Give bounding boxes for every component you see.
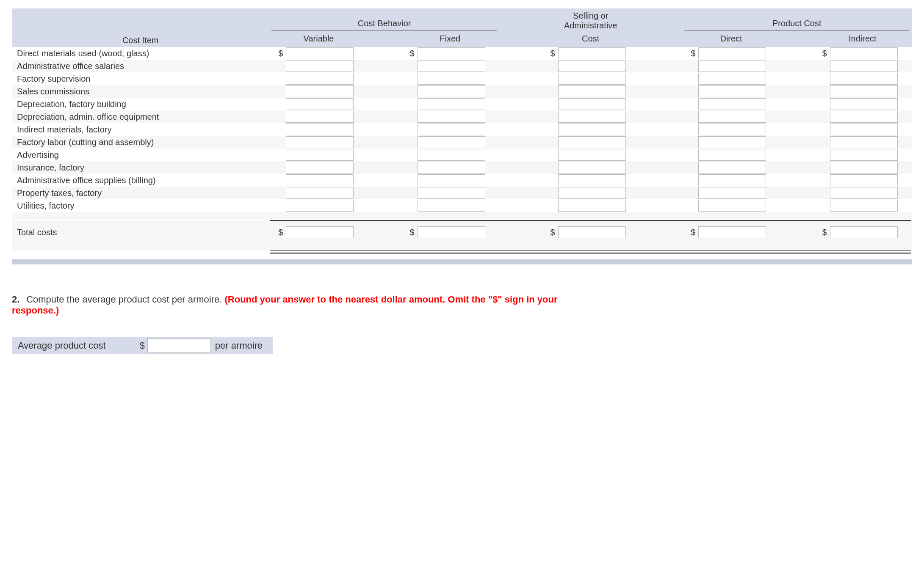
variable-input[interactable] — [286, 174, 354, 186]
currency-symbol — [541, 85, 558, 98]
currency-symbol: $ — [681, 47, 698, 60]
total-indirect-input[interactable] — [830, 226, 898, 238]
direct-input[interactable] — [698, 85, 766, 97]
indirect-input[interactable] — [830, 174, 898, 186]
indirect-input[interactable] — [830, 187, 898, 199]
indirect-input[interactable] — [830, 73, 898, 85]
selling-admin-input[interactable] — [558, 174, 626, 186]
currency-symbol — [401, 123, 417, 136]
apc-unit: per armoire — [211, 340, 273, 351]
direct-input[interactable] — [698, 187, 766, 199]
variable-input[interactable] — [286, 85, 354, 97]
currency-symbol — [541, 136, 558, 149]
indirect-input[interactable] — [830, 149, 898, 161]
col-header-indirect: Indirect — [813, 32, 912, 47]
selling-admin-input[interactable] — [558, 162, 626, 173]
direct-input[interactable] — [698, 200, 766, 212]
variable-input[interactable] — [286, 60, 354, 72]
selling-admin-input[interactable] — [558, 85, 626, 97]
table-row: Advertising — [12, 149, 912, 161]
variable-input[interactable] — [286, 124, 354, 135]
variable-input[interactable] — [286, 162, 354, 173]
indirect-input[interactable] — [830, 98, 898, 110]
currency-symbol — [541, 72, 558, 85]
currency-symbol — [269, 149, 285, 161]
cost-item-label: Direct materials used (wood, glass) — [12, 47, 269, 60]
fixed-input[interactable] — [418, 124, 485, 135]
col-header-cost-item: Cost Item — [12, 8, 269, 47]
total-selling-admin-input[interactable] — [558, 226, 626, 238]
total-fixed-input[interactable] — [418, 226, 485, 238]
direct-input[interactable] — [698, 136, 766, 148]
currency-symbol — [401, 98, 417, 110]
indirect-input[interactable] — [830, 111, 898, 123]
indirect-input[interactable] — [830, 60, 898, 72]
fixed-input[interactable] — [418, 98, 485, 110]
fixed-input[interactable] — [418, 162, 485, 173]
cost-item-label: Sales commissions — [12, 85, 269, 98]
direct-input[interactable] — [698, 47, 766, 59]
currency-symbol — [813, 174, 830, 187]
indirect-input[interactable] — [830, 47, 898, 59]
currency-symbol — [681, 72, 698, 85]
direct-input[interactable] — [698, 124, 766, 135]
currency-symbol — [541, 123, 558, 136]
fixed-input[interactable] — [418, 73, 485, 85]
fixed-input[interactable] — [418, 174, 485, 186]
average-product-cost-input[interactable] — [147, 338, 211, 353]
fixed-input[interactable] — [418, 111, 485, 123]
selling-admin-input[interactable] — [558, 111, 626, 123]
cost-item-label: Property taxes, factory — [12, 187, 269, 199]
indirect-input[interactable] — [830, 85, 898, 97]
total-direct-input[interactable] — [698, 226, 766, 238]
selling-admin-input[interactable] — [558, 73, 626, 85]
col-header-fixed: Fixed — [401, 32, 500, 47]
variable-input[interactable] — [286, 47, 354, 59]
currency-symbol — [681, 136, 698, 149]
selling-admin-input[interactable] — [558, 187, 626, 199]
indirect-input[interactable] — [830, 162, 898, 173]
fixed-input[interactable] — [418, 60, 485, 72]
variable-input[interactable] — [286, 200, 354, 212]
variable-input[interactable] — [286, 136, 354, 148]
variable-input[interactable] — [286, 98, 354, 110]
fixed-input[interactable] — [418, 47, 485, 59]
indirect-input[interactable] — [830, 200, 898, 212]
direct-input[interactable] — [698, 149, 766, 161]
variable-input[interactable] — [286, 187, 354, 199]
direct-input[interactable] — [698, 174, 766, 186]
direct-input[interactable] — [698, 162, 766, 173]
variable-input[interactable] — [286, 149, 354, 161]
currency-symbol — [681, 123, 698, 136]
fixed-input[interactable] — [418, 149, 485, 161]
indirect-input[interactable] — [830, 124, 898, 135]
apc-label: Average product cost — [12, 340, 136, 351]
selling-admin-input[interactable] — [558, 136, 626, 148]
currency-symbol — [813, 136, 830, 149]
direct-input[interactable] — [698, 98, 766, 110]
currency-symbol — [681, 161, 698, 174]
selling-admin-input[interactable] — [558, 124, 626, 135]
currency-symbol — [813, 123, 830, 136]
direct-input[interactable] — [698, 60, 766, 72]
table-row: Insurance, factory — [12, 161, 912, 174]
table-row: Factory labor (cutting and assembly) — [12, 136, 912, 149]
selling-admin-input[interactable] — [558, 60, 626, 72]
currency-symbol — [401, 85, 417, 98]
direct-input[interactable] — [698, 73, 766, 85]
direct-input[interactable] — [698, 111, 766, 123]
variable-input[interactable] — [286, 73, 354, 85]
selling-admin-input[interactable] — [558, 200, 626, 212]
fixed-input[interactable] — [418, 187, 485, 199]
variable-input[interactable] — [286, 111, 354, 123]
currency-symbol — [269, 161, 285, 174]
selling-admin-input[interactable] — [558, 149, 626, 161]
selling-admin-input[interactable] — [558, 98, 626, 110]
indirect-input[interactable] — [830, 136, 898, 148]
fixed-input[interactable] — [418, 200, 485, 212]
selling-admin-input[interactable] — [558, 47, 626, 59]
fixed-input[interactable] — [418, 136, 485, 148]
currency-symbol — [269, 72, 285, 85]
fixed-input[interactable] — [418, 85, 485, 97]
total-variable-input[interactable] — [286, 226, 354, 238]
